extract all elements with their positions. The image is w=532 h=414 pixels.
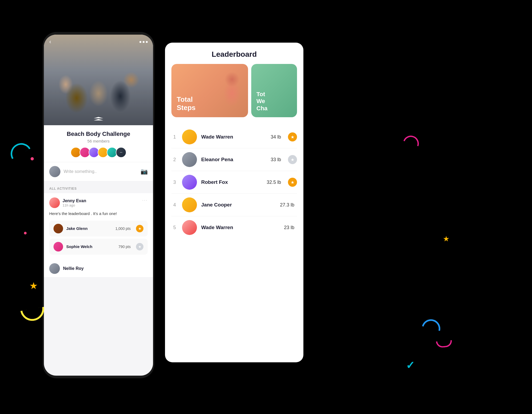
confetti-teal-check: ✓: [406, 359, 415, 371]
lb-entry-4: 4 Jane Cooper 27.3 lb: [171, 194, 297, 216]
more-activity-info: Nellie Roy: [63, 266, 84, 271]
lb-entry-3: 3 Robert Fox 32.5 lb ★: [171, 171, 297, 194]
hero-overlay: [44, 35, 153, 125]
group-members-count: 56 members: [49, 139, 148, 143]
confetti-pink-swirl2: [436, 340, 452, 348]
confetti-pink-swirl: [403, 133, 421, 147]
member-avatar-more[interactable]: ···: [116, 147, 126, 158]
confetti-yellow-swirl: [20, 307, 46, 323]
lb-rank-2: 2: [171, 157, 178, 163]
activities-section: ALL ACTIVITIES Jenny Evan 11h ago ··· He…: [44, 183, 153, 277]
lb-avatar-2[interactable]: [182, 152, 197, 167]
more-activity-row[interactable]: Nellie Roy: [44, 260, 153, 277]
lb-value-4: 27.3 lb: [280, 202, 294, 208]
dot-1: [139, 41, 141, 43]
lb-entry-2: 2 Eleanor Pena 33 lb ★: [171, 148, 297, 171]
lb-rank-1: 1: [171, 134, 178, 140]
mini-leader-avatar-2: [53, 242, 63, 251]
lb-name-5: Wade Warren: [201, 225, 280, 230]
lb-entry-5: 5 Wade Warren 23 lb: [171, 216, 297, 239]
activity-post: Jenny Evan 11h ago ··· Here's the leader…: [44, 193, 153, 260]
dot-2: [143, 41, 145, 43]
leaderboard-title: Leaderboard: [165, 43, 303, 64]
lb-category-weight[interactable]: TotWeCha: [251, 64, 297, 117]
lb-rank-5: 5: [171, 225, 178, 230]
more-menu[interactable]: [139, 41, 148, 43]
more-activity-avatar: [49, 263, 60, 274]
post-user-info: Jenny Evan 11h ago: [49, 197, 86, 208]
mini-leader-star-1: ★: [136, 225, 143, 232]
chevron-bottom: [94, 119, 103, 120]
lb-category-steps[interactable]: TotalSteps: [171, 64, 248, 117]
post-text: Here's the leaderboard . It's a fun one!: [49, 211, 148, 217]
phone-device: ‹ Beach Body Challenge 56 members: [43, 32, 154, 378]
member-avatars-row[interactable]: ···: [49, 147, 148, 158]
lb-star-3: ★: [288, 178, 297, 187]
post-header: Jenny Evan 11h ago ···: [49, 197, 148, 208]
lb-star-1: ★: [288, 132, 297, 141]
chevron-top: [94, 117, 103, 118]
lb-entries-list: 1 Wade Warren 34 lb ★ 2 Eleanor Pena 33 …: [165, 124, 303, 241]
lb-value-1: 34 lb: [271, 134, 281, 140]
confetti-blue-swirl: [422, 317, 443, 331]
lb-entry-1: 1 Wade Warren 34 lb ★: [171, 126, 297, 148]
lb-name-2: Eleanor Pena: [201, 157, 266, 163]
lb-rank-4: 4: [171, 202, 178, 208]
lb-avatar-4[interactable]: [182, 197, 197, 212]
lb-value-5: 23 lb: [284, 225, 294, 230]
post-author-details: Jenny Evan 11h ago: [63, 198, 86, 207]
activities-header: ALL ACTIVITIES: [44, 183, 153, 193]
mini-leader-avatar-1: [53, 224, 63, 233]
lb-name-3: Robert Fox: [201, 179, 262, 185]
mini-leader-name-2: Sophie Welch: [66, 244, 115, 249]
more-count: ···: [120, 151, 122, 154]
nav-bar: ‹: [44, 38, 153, 45]
post-author-name: Jenny Evan: [63, 198, 86, 203]
lb-value-3: 32.5 lb: [267, 180, 281, 185]
confetti-pink-dot: [31, 157, 34, 160]
post-author-avatar[interactable]: [49, 197, 60, 208]
mini-leader-card-1[interactable]: Jake Glenn 1,000 pts ★: [49, 221, 148, 237]
post-time: 11h ago: [63, 203, 86, 207]
lb-name-4: Jane Cooper: [201, 202, 276, 208]
lb-avatar-5[interactable]: [182, 220, 197, 235]
lb-steps-label: TotalSteps: [177, 95, 196, 112]
group-info-section: Beach Body Challenge 56 members ···: [44, 125, 153, 162]
confetti-pink-dot2: [24, 232, 27, 234]
lb-avatar-3[interactable]: [182, 175, 197, 190]
lb-categories-row: TotalSteps TotWeCha: [165, 64, 303, 124]
post-menu-icon[interactable]: ···: [142, 197, 148, 203]
lb-weight-label: TotWeCha: [257, 91, 268, 112]
write-placeholder-text[interactable]: Write something..: [64, 169, 137, 174]
camera-icon[interactable]: 📷: [141, 168, 148, 175]
leaderboard-panel: Leaderboard TotalSteps TotWeCha 1 Wade W…: [165, 43, 303, 362]
confetti-star-yellow: ★: [29, 280, 38, 291]
hero-image: ‹: [44, 35, 153, 125]
more-activity-name: Nellie Roy: [63, 266, 84, 271]
lb-avatar-1[interactable]: [182, 129, 197, 144]
confetti-star-yellow2: ★: [443, 234, 449, 243]
mini-leader-pts-1: 1,000 pts: [115, 226, 131, 231]
runner-figure: [217, 68, 247, 117]
lb-rank-3: 3: [171, 180, 178, 185]
runner-body: [220, 72, 244, 117]
write-input-area[interactable]: Write something.. 📷: [44, 162, 153, 183]
lb-star-2: ★: [288, 155, 297, 164]
mini-leader-name-1: Jake Glenn: [66, 226, 112, 231]
confetti-teal-swirl: [7, 139, 30, 159]
lb-name-1: Wade Warren: [201, 134, 266, 140]
back-button[interactable]: ‹: [49, 38, 51, 45]
group-title: Beach Body Challenge: [49, 131, 148, 137]
dot-3: [146, 41, 148, 43]
mini-leader-pts-2: 790 pts: [118, 245, 131, 249]
chevron-up-icon[interactable]: [94, 117, 103, 120]
writer-avatar: [49, 166, 60, 177]
phone-screen: ‹ Beach Body Challenge 56 members: [44, 35, 153, 376]
mini-leaderboard: Jake Glenn 1,000 pts ★ Sophie Welch 790 …: [49, 221, 148, 256]
lb-value-2: 33 lb: [271, 157, 281, 163]
phone-content: ‹ Beach Body Challenge 56 members: [44, 35, 153, 376]
mini-leader-star-2: ★: [136, 243, 143, 250]
mini-leader-card-2[interactable]: Sophie Welch 790 pts ★: [49, 239, 148, 255]
